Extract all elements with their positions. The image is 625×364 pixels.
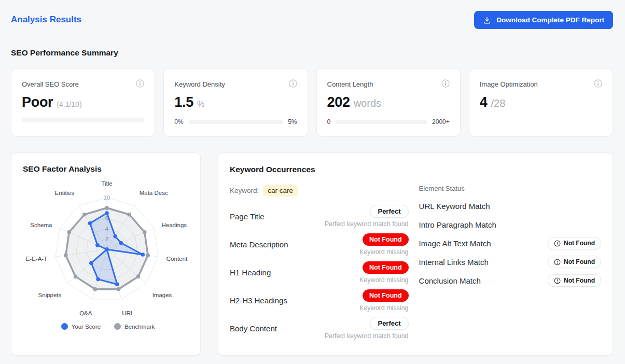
svg-text:Q&A: Q&A <box>79 310 92 316</box>
bar-min-label: 0% <box>174 118 183 125</box>
occurrence-row-page-title: Page Title Perfect Perfect keyword match… <box>230 202 409 230</box>
not-found-pill: Not Found <box>548 237 601 249</box>
length-progress-bar: 0 2000+ <box>327 118 450 125</box>
bar-min-label: 0 <box>327 118 331 125</box>
info-icon[interactable] <box>594 79 602 90</box>
card-value: Poor <box>22 94 53 110</box>
not-found-pill: Not Found <box>548 274 601 287</box>
card-value-suffix: % <box>197 100 204 109</box>
svg-text:Meta Desc: Meta Desc <box>140 190 168 196</box>
card-value-suffix: words <box>354 97 381 109</box>
status-badge: Not Found <box>363 233 408 246</box>
legend-label: Your Score <box>72 324 101 330</box>
svg-text:Schema: Schema <box>30 222 52 228</box>
keyword-chip: car care <box>263 185 298 197</box>
status-badge: Not Found <box>363 289 408 302</box>
svg-text:URL: URL <box>122 310 134 316</box>
bottom-row: SEO Factor Analysis 246810TitleMeta Desc… <box>11 152 613 356</box>
element-status-row-internal-links-match: Internal Links Match Not Found <box>419 253 601 271</box>
your-score-dot <box>61 323 68 330</box>
alert-icon <box>554 240 561 247</box>
page-header: Analysis Results Download Complete PDF R… <box>11 11 613 29</box>
seo-factor-analysis-card: SEO Factor Analysis 246810TitleMeta Desc… <box>11 152 201 356</box>
status-note: Keyword missing <box>359 304 408 312</box>
svg-text:10: 10 <box>104 194 110 201</box>
card-label: Overall SEO Score <box>22 79 79 88</box>
status-note: Keyword missing <box>359 248 408 256</box>
card-label: Image Optimization <box>480 79 538 88</box>
element-status-row-url-keyword-match: URL Keyword Match <box>419 197 601 215</box>
legend-label: Benchmark <box>124 324 155 330</box>
card-overall-seo-score: Overall SEO Score Poor (4.1/10) <box>11 68 155 136</box>
element-status-column: Element Status URL Keyword Match Intro P… <box>419 185 601 342</box>
element-status-row-intro-paragraph-match: Intro Paragraph Match <box>419 215 601 234</box>
seo-summary-heading: SEO Performance Summary <box>11 48 613 58</box>
occurrence-row-h2-h3-headings: H2-H3 Headings Not Found Keyword missing <box>230 286 409 314</box>
status-badge: Perfect <box>370 317 408 330</box>
benchmark-dot <box>114 323 121 330</box>
card-label: Keyword Density <box>174 79 225 88</box>
svg-text:E-E-A-T: E-E-A-T <box>26 256 48 262</box>
legend-benchmark[interactable]: Benchmark <box>114 323 155 330</box>
occurrence-row-h1-heading: H1 Heading Not Found Keyword missing <box>230 258 409 286</box>
score-progress-bar <box>22 118 144 122</box>
info-icon[interactable] <box>136 79 144 90</box>
svg-text:Content: Content <box>166 256 188 262</box>
keyword-label: Keyword: <box>230 187 259 194</box>
alert-icon <box>554 259 561 265</box>
keyword-occurrences-card: Keyword Occurrences Keyword: car care Pa… <box>218 152 613 356</box>
card-content-length: Content Length 202 words 0 2000+ <box>316 68 461 136</box>
bar-max-label: 2000+ <box>432 118 450 125</box>
page-title: Analysis Results <box>11 11 81 25</box>
occurrence-row-meta-description: Meta Description Not Found Keyword missi… <box>230 230 409 258</box>
card-value: 202 <box>327 94 350 110</box>
download-pdf-button[interactable]: Download Complete PDF Report <box>474 11 613 29</box>
download-icon <box>483 16 491 24</box>
element-status-heading: Element Status <box>419 185 601 192</box>
card-value-suffix: /28 <box>491 97 505 109</box>
svg-text:Snippets: Snippets <box>38 292 62 298</box>
radar-legend: Your Score Benchmark <box>23 323 193 330</box>
alert-icon <box>554 277 561 284</box>
summary-cards-row: Overall SEO Score Poor (4.1/10) Keyword … <box>11 68 613 136</box>
card-value: 4 <box>480 94 488 110</box>
keyword-card-title: Keyword Occurrences <box>230 165 601 174</box>
card-image-optimization: Image Optimization 4 /28 <box>469 68 613 136</box>
radar-card-title: SEO Factor Analysis <box>23 164 193 174</box>
svg-text:Entities: Entities <box>55 190 75 196</box>
info-icon[interactable] <box>441 79 450 90</box>
status-badge: Not Found <box>363 261 408 274</box>
info-icon[interactable] <box>289 79 297 90</box>
analysis-results-page: Analysis Results Download Complete PDF R… <box>0 0 625 356</box>
card-value: 1.5 <box>174 94 193 110</box>
element-status-row-conclusion-match: Conclusion Match Not Found <box>419 271 601 290</box>
status-note: Perfect keyword match found <box>325 220 409 228</box>
legend-your-score[interactable]: Your Score <box>61 323 101 330</box>
svg-text:Images: Images <box>152 292 172 298</box>
svg-text:Title: Title <box>101 180 112 187</box>
download-button-label: Download Complete PDF Report <box>496 16 604 24</box>
card-label: Content Length <box>327 79 373 88</box>
occurrences-column: Keyword: car care Page Title Perfect Per… <box>230 185 409 342</box>
status-note: Perfect keyword match found <box>325 332 409 340</box>
seo-radar-chart[interactable]: 246810TitleMeta DescHeadingsContentImage… <box>20 179 193 320</box>
status-badge: Perfect <box>370 205 408 218</box>
density-progress-bar: 0% 5% <box>174 118 297 125</box>
card-keyword-density: Keyword Density 1.5 % 0% 5% <box>163 68 308 136</box>
status-note: Keyword missing <box>359 276 408 284</box>
svg-text:Headings: Headings <box>162 222 187 228</box>
bar-max-label: 5% <box>288 118 297 125</box>
occurrence-row-body-content: Body Content Perfect Perfect keyword mat… <box>230 314 409 342</box>
card-value-suffix: (4.1/10) <box>57 100 81 108</box>
element-status-row-image-alt-text-match: Image Alt Text Match Not Found <box>419 234 601 253</box>
not-found-pill: Not Found <box>548 256 601 268</box>
